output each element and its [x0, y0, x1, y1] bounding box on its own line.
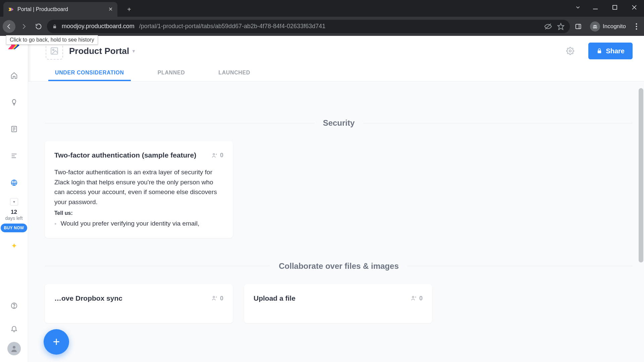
section-header-collab: Collaborate over files & images: [45, 261, 633, 271]
svg-point-12: [593, 26, 595, 28]
buy-now-button[interactable]: BUY NOW: [1, 224, 28, 232]
browser-tab[interactable]: Portal | Productboard ✕: [3, 2, 117, 17]
url-host: moodjoy.productboard.com: [62, 23, 135, 30]
portal-title-text: Product Portal: [69, 46, 129, 56]
vote-count: 0: [220, 295, 223, 302]
page-viewport: ▾ 12 days left BUY NOW ✦ Product Portal …: [0, 36, 644, 362]
tab-strip: Portal | Productboard ✕ +: [0, 0, 644, 17]
url-bar-actions: [544, 23, 565, 30]
svg-point-13: [595, 26, 597, 28]
svg-rect-4: [613, 5, 617, 9]
svg-point-36: [213, 154, 215, 155]
feature-card[interactable]: …ove Dropbox sync 0: [45, 284, 233, 323]
svg-point-33: [53, 49, 54, 51]
svg-point-15: [636, 23, 637, 24]
incognito-icon: [590, 21, 600, 32]
left-rail: ▾ 12 days left BUY NOW ✦: [0, 36, 28, 362]
url-path: /portal/1-product-portal/tabs/ab59dd67-a…: [139, 23, 325, 30]
portal-tabs: UNDER CONSIDERATION PLANNED LAUNCHED: [28, 61, 644, 81]
maximize-button[interactable]: [605, 0, 625, 15]
feature-card[interactable]: Upload a file 0: [244, 284, 432, 323]
card-title: …ove Dropbox sync: [54, 294, 122, 303]
svg-rect-7: [53, 26, 56, 28]
rail-portal-icon[interactable]: [7, 175, 21, 190]
lock-icon: [52, 24, 57, 29]
rail-sparkle-icon[interactable]: ✦: [11, 242, 17, 250]
svg-point-42: [412, 296, 414, 298]
incognito-chip[interactable]: Incognito: [590, 21, 626, 32]
svg-marker-9: [558, 23, 564, 29]
svg-point-17: [636, 28, 637, 29]
vertical-scrollbar[interactable]: [638, 81, 644, 362]
tab-under-consideration[interactable]: UNDER CONSIDERATION: [48, 66, 131, 81]
cards-row: …ove Dropbox sync 0 Upload a file 0: [45, 284, 633, 323]
feature-card[interactable]: Two-factor authentication (sample featur…: [45, 141, 233, 238]
browser-menu-icon[interactable]: [631, 23, 641, 30]
rail-notifications-icon[interactable]: [7, 321, 21, 336]
scrollbar-thumb[interactable]: [639, 88, 643, 262]
card-bullet: Would you prefer verifying your identity…: [54, 219, 223, 229]
vote-count: 0: [220, 152, 223, 159]
svg-rect-35: [598, 51, 601, 53]
back-tooltip: Click to go back, hold to see history: [6, 35, 98, 45]
browser-toolbar: moodjoy.productboard.com/portal/1-produc…: [0, 17, 644, 36]
vote-icon: [211, 153, 217, 159]
chevron-down-icon: ▾: [132, 48, 135, 54]
card-body: Two-factor authentication is an extra la…: [54, 167, 223, 207]
rail-avatar[interactable]: [7, 342, 21, 355]
portal-image-placeholder-icon[interactable]: [46, 42, 63, 60]
tracking-block-icon[interactable]: [544, 23, 552, 30]
card-title: Two-factor authentication (sample featur…: [54, 150, 196, 160]
tab-close-icon[interactable]: ✕: [108, 7, 113, 12]
back-button[interactable]: [3, 20, 15, 33]
svg-point-39: [213, 296, 215, 298]
bookmark-star-icon[interactable]: [557, 23, 565, 30]
settings-button[interactable]: [564, 45, 576, 57]
forward-button[interactable]: [17, 20, 30, 33]
rail-collapse-icon[interactable]: ▾: [10, 198, 18, 205]
window-controls: [570, 0, 644, 15]
svg-rect-10: [576, 24, 581, 28]
page-header: Product Portal ▾ Share: [28, 36, 644, 61]
tab-planned[interactable]: PLANNED: [151, 66, 192, 81]
svg-point-31: [13, 346, 15, 349]
url-bar[interactable]: moodjoy.productboard.com/portal/1-produc…: [47, 20, 570, 33]
rail-roadmap-icon[interactable]: [7, 148, 21, 163]
section-header-security: Security: [45, 118, 633, 128]
trial-days-number: 12: [11, 209, 17, 216]
svg-point-34: [569, 50, 571, 52]
vote-button[interactable]: 0: [411, 294, 423, 302]
rail-help-icon[interactable]: [7, 298, 21, 313]
minimize-button[interactable]: [586, 0, 605, 15]
vote-icon: [211, 295, 217, 301]
share-label: Share: [606, 47, 625, 55]
vote-count: 0: [419, 295, 423, 302]
tab-title: Portal | Productboard: [17, 6, 105, 12]
svg-rect-32: [51, 48, 58, 54]
vote-button[interactable]: 0: [211, 150, 223, 159]
incognito-label: Incognito: [603, 23, 626, 30]
close-window-button[interactable]: [625, 0, 644, 15]
card-title: Upload a file: [254, 294, 296, 303]
add-idea-fab[interactable]: +: [44, 329, 69, 355]
svg-point-16: [636, 26, 637, 27]
new-tab-button[interactable]: +: [124, 4, 134, 14]
cards-row: Two-factor authentication (sample featur…: [45, 141, 633, 238]
section-label: Collaborate over files & images: [270, 261, 407, 271]
rail-home-icon[interactable]: [7, 68, 21, 83]
vote-icon: [411, 295, 417, 301]
tab-search-icon[interactable]: [570, 0, 586, 15]
share-button[interactable]: Share: [588, 43, 633, 59]
portal-title[interactable]: Product Portal ▾: [69, 46, 135, 56]
side-panel-icon[interactable]: [572, 20, 585, 33]
svg-point-28: [11, 180, 17, 186]
board[interactable]: Security Two-factor authentication (samp…: [28, 81, 644, 362]
tab-launched[interactable]: LAUNCHED: [212, 66, 257, 81]
rail-features-icon[interactable]: [7, 122, 21, 136]
rail-insights-icon[interactable]: [7, 95, 21, 110]
vote-button[interactable]: 0: [211, 294, 223, 302]
plus-icon: +: [53, 335, 60, 349]
section-label: Security: [314, 118, 364, 128]
card-tellus: Tell us:: [54, 210, 223, 216]
reload-button[interactable]: [32, 20, 45, 33]
